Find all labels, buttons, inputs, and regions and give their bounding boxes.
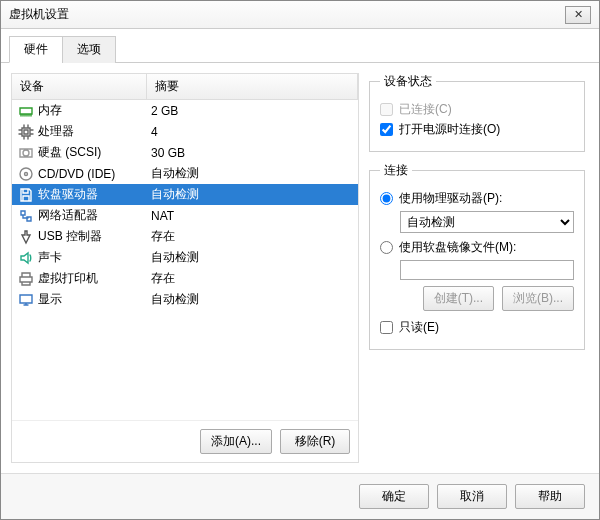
floppy-icon	[18, 187, 34, 203]
dialog-footer: 确定 取消 帮助	[1, 473, 599, 519]
settings-panel: 设备状态 已连接(C) 打开电源时连接(O) 连接 使用物理驱动器(P):	[369, 73, 589, 463]
connection-legend: 连接	[380, 162, 412, 179]
add-device-button[interactable]: 添加(A)...	[200, 429, 272, 454]
device-status-group: 设备状态 已连接(C) 打开电源时连接(O)	[369, 73, 585, 152]
summary-cell: 存在	[147, 228, 358, 245]
display-icon	[18, 292, 34, 308]
readonly-label: 只读(E)	[399, 319, 439, 336]
device-cell: USB 控制器	[12, 228, 147, 245]
disk-icon	[18, 145, 34, 161]
device-cell: 处理器	[12, 123, 147, 140]
network-icon	[18, 208, 34, 224]
connection-group: 连接 使用物理驱动器(P): 自动检测 使用软盘镜像文件(M):	[369, 162, 585, 350]
device-cell: CD/DVD (IDE)	[12, 166, 147, 182]
summary-cell: 4	[147, 125, 358, 139]
device-cell: 软盘驱动器	[12, 186, 147, 203]
device-name: 处理器	[38, 123, 74, 140]
physical-drive-select[interactable]: 自动检测	[400, 211, 574, 233]
device-row-0[interactable]: 内存 2 GB	[12, 100, 358, 121]
device-cell: 显示	[12, 291, 147, 308]
summary-cell: 自动检测	[147, 165, 358, 182]
device-cell: 虚拟打印机	[12, 270, 147, 287]
printer-icon	[18, 271, 34, 287]
usb-icon	[18, 229, 34, 245]
connect-on-power-label: 打开电源时连接(O)	[399, 121, 500, 138]
device-cell: 声卡	[12, 249, 147, 266]
cd-icon	[18, 166, 34, 182]
device-panel: 设备 摘要 内存 2 GB 处理器 4 硬盘 (SCSI) 30 GB CD/D…	[11, 73, 359, 463]
connected-label: 已连接(C)	[399, 101, 452, 118]
summary-cell: 自动检测	[147, 249, 358, 266]
cancel-button[interactable]: 取消	[437, 484, 507, 509]
device-name: 硬盘 (SCSI)	[38, 144, 101, 161]
connect-on-power-checkbox[interactable]	[380, 123, 393, 136]
physical-select-wrap: 自动检测	[400, 211, 574, 233]
table-header: 设备 摘要	[12, 74, 358, 100]
device-row-6[interactable]: USB 控制器 存在	[12, 226, 358, 247]
memory-icon	[18, 103, 34, 119]
summary-cell: 自动检测	[147, 291, 358, 308]
device-row-5[interactable]: 网络适配器 NAT	[12, 205, 358, 226]
device-name: 网络适配器	[38, 207, 98, 224]
use-physical-row[interactable]: 使用物理驱动器(P):	[380, 190, 574, 207]
ok-button[interactable]: 确定	[359, 484, 429, 509]
device-status-legend: 设备状态	[380, 73, 436, 90]
device-name: USB 控制器	[38, 228, 102, 245]
image-path-input[interactable]	[400, 260, 574, 280]
use-image-label: 使用软盘镜像文件(M):	[399, 239, 516, 256]
device-cell: 网络适配器	[12, 207, 147, 224]
device-name: CD/DVD (IDE)	[38, 167, 115, 181]
tab-bar: 硬件选项	[1, 29, 599, 63]
use-image-row[interactable]: 使用软盘镜像文件(M):	[380, 239, 574, 256]
summary-cell: 2 GB	[147, 104, 358, 118]
use-physical-label: 使用物理驱动器(P):	[399, 190, 502, 207]
close-button[interactable]: ✕	[565, 6, 591, 24]
device-name: 虚拟打印机	[38, 270, 98, 287]
vm-settings-window: 虚拟机设置 ✕ 硬件选项 设备 摘要 内存 2 GB 处理器 4 硬盘 (SCS…	[0, 0, 600, 520]
titlebar: 虚拟机设置 ✕	[1, 1, 599, 29]
summary-cell: 存在	[147, 270, 358, 287]
readonly-row[interactable]: 只读(E)	[380, 319, 574, 336]
device-name: 内存	[38, 102, 62, 119]
device-row-1[interactable]: 处理器 4	[12, 121, 358, 142]
sound-icon	[18, 250, 34, 266]
header-device: 设备	[12, 74, 147, 99]
device-row-7[interactable]: 声卡 自动检测	[12, 247, 358, 268]
device-table-body: 内存 2 GB 处理器 4 硬盘 (SCSI) 30 GB CD/DVD (ID…	[12, 100, 358, 420]
readonly-checkbox[interactable]	[380, 321, 393, 334]
create-image-button[interactable]: 创建(T)...	[423, 286, 494, 311]
tab-1[interactable]: 选项	[62, 36, 116, 63]
device-row-4[interactable]: 软盘驱动器 自动检测	[12, 184, 358, 205]
remove-device-button[interactable]: 移除(R)	[280, 429, 350, 454]
device-name: 声卡	[38, 249, 62, 266]
cpu-icon	[18, 124, 34, 140]
image-buttons: 创建(T)... 浏览(B)...	[380, 286, 574, 311]
window-title: 虚拟机设置	[9, 6, 565, 23]
device-row-8[interactable]: 虚拟打印机 存在	[12, 268, 358, 289]
device-name: 软盘驱动器	[38, 186, 98, 203]
header-summary: 摘要	[147, 74, 358, 99]
device-cell: 硬盘 (SCSI)	[12, 144, 147, 161]
device-cell: 内存	[12, 102, 147, 119]
use-image-radio[interactable]	[380, 241, 393, 254]
device-row-9[interactable]: 显示 自动检测	[12, 289, 358, 310]
summary-cell: 30 GB	[147, 146, 358, 160]
connected-checkbox	[380, 103, 393, 116]
content-area: 设备 摘要 内存 2 GB 处理器 4 硬盘 (SCSI) 30 GB CD/D…	[1, 63, 599, 473]
help-button[interactable]: 帮助	[515, 484, 585, 509]
tab-0[interactable]: 硬件	[9, 36, 63, 63]
device-name: 显示	[38, 291, 62, 308]
browse-image-button[interactable]: 浏览(B)...	[502, 286, 574, 311]
summary-cell: 自动检测	[147, 186, 358, 203]
device-row-3[interactable]: CD/DVD (IDE) 自动检测	[12, 163, 358, 184]
image-path-wrap	[400, 260, 574, 280]
connect-on-power-row[interactable]: 打开电源时连接(O)	[380, 121, 574, 138]
device-buttons: 添加(A)... 移除(R)	[12, 420, 358, 462]
device-row-2[interactable]: 硬盘 (SCSI) 30 GB	[12, 142, 358, 163]
use-physical-radio[interactable]	[380, 192, 393, 205]
connected-checkbox-row: 已连接(C)	[380, 101, 574, 118]
summary-cell: NAT	[147, 209, 358, 223]
